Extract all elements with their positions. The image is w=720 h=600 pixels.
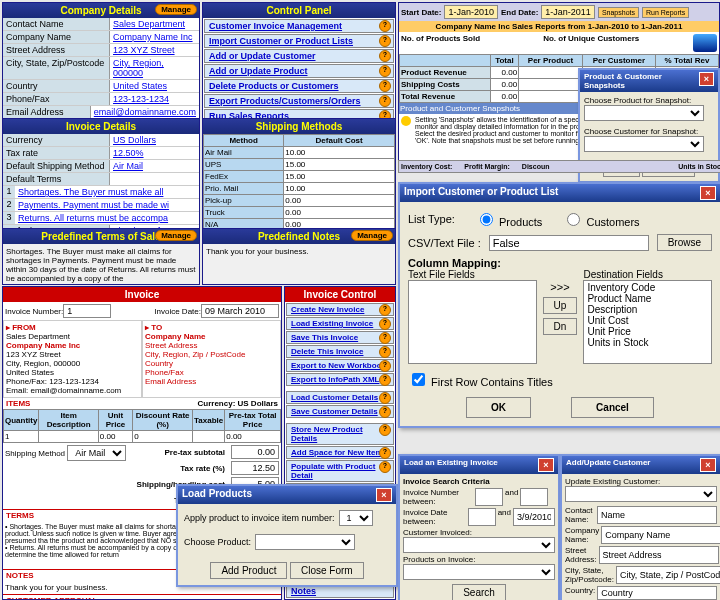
- cust-field[interactable]: [597, 506, 717, 524]
- products-radio[interactable]: Products: [475, 210, 542, 228]
- date-from[interactable]: [468, 508, 496, 526]
- cancel-button[interactable]: Cancel: [571, 397, 654, 418]
- invoice-command[interactable]: Create New Invoice?: [286, 303, 394, 316]
- help-icon[interactable]: ?: [379, 406, 391, 418]
- dest-field[interactable]: Unit Cost: [587, 315, 708, 326]
- invoice-command[interactable]: Store New Product Details?: [286, 423, 394, 445]
- help-icon[interactable]: ?: [379, 360, 391, 372]
- manage-button[interactable]: Manage: [155, 230, 197, 241]
- file-input[interactable]: [489, 235, 649, 251]
- help-icon[interactable]: ?: [379, 447, 391, 459]
- help-icon[interactable]: ?: [379, 304, 391, 316]
- invoice-command[interactable]: Load Customer Details?: [286, 391, 394, 404]
- up-button[interactable]: Up: [543, 297, 578, 314]
- invoice-command[interactable]: Export to New Workbook?: [286, 359, 394, 372]
- help-icon[interactable]: ?: [379, 20, 391, 32]
- item-number-select[interactable]: 1: [339, 510, 373, 526]
- product-snapshot-select[interactable]: [584, 105, 704, 121]
- dest-field[interactable]: Unit Price: [587, 326, 708, 337]
- help-icon[interactable]: ?: [379, 392, 391, 404]
- help-icon[interactable]: ?: [379, 35, 391, 47]
- invoice-command[interactable]: Delete This Invoice?: [286, 345, 394, 358]
- close-icon[interactable]: ×: [700, 186, 716, 200]
- dest-field[interactable]: Units in Stock: [587, 337, 708, 348]
- dest-field[interactable]: Inventory Code: [587, 282, 708, 293]
- ship-method[interactable]: Truck: [204, 207, 284, 219]
- start-date-input[interactable]: 1-Jan-2010: [444, 5, 498, 19]
- control-command[interactable]: Import Customer or Product Lists?: [204, 34, 394, 48]
- help-icon[interactable]: ?: [379, 374, 391, 386]
- field-value[interactable]: United States: [110, 80, 199, 92]
- close-form-button[interactable]: Close Form: [290, 562, 364, 579]
- num-to[interactable]: [520, 488, 548, 506]
- cust-field[interactable]: [616, 566, 720, 584]
- close-icon[interactable]: ×: [376, 488, 392, 502]
- field-value[interactable]: Sales Department: [110, 18, 199, 30]
- invoice-number-input[interactable]: 1: [63, 304, 111, 318]
- first-row-checkbox[interactable]: First Row Contains Titles: [408, 376, 553, 388]
- date-to[interactable]: [513, 508, 555, 526]
- manage-button[interactable]: Manage: [155, 4, 197, 15]
- down-button[interactable]: Dn: [543, 318, 578, 335]
- ok-button[interactable]: OK: [466, 397, 531, 418]
- invoice-command[interactable]: Add Space for New Item?: [286, 446, 394, 459]
- ship-method[interactable]: FedEx: [204, 171, 284, 183]
- ship-cost[interactable]: 15.00: [284, 159, 395, 171]
- product-select[interactable]: [255, 534, 355, 550]
- close-icon[interactable]: ×: [699, 72, 714, 86]
- help-icon[interactable]: ?: [379, 50, 391, 62]
- ship-method[interactable]: Prio. Mail: [204, 183, 284, 195]
- browse-button[interactable]: Browse: [657, 234, 712, 251]
- invoice-command[interactable]: Export to InfoPath XML?: [286, 373, 394, 386]
- help-icon[interactable]: ?: [379, 318, 391, 330]
- ship-cost[interactable]: 0.00: [284, 195, 395, 207]
- invoice-command[interactable]: Load Existing Invoice?: [286, 317, 394, 330]
- ship-cost[interactable]: 10.00: [284, 147, 395, 159]
- existing-cust-select[interactable]: [565, 486, 717, 502]
- run-reports-button[interactable]: Run Reports: [642, 7, 689, 18]
- invoice-command[interactable]: Save This Invoice?: [286, 331, 394, 344]
- help-icon[interactable]: ?: [379, 65, 391, 77]
- invoice-date-input[interactable]: 09 March 2010: [201, 304, 279, 318]
- search-button[interactable]: Search: [452, 584, 506, 600]
- field-value[interactable]: 123 XYZ Street: [110, 44, 199, 56]
- help-icon[interactable]: ?: [379, 332, 391, 344]
- cust-field[interactable]: [601, 526, 720, 544]
- ship-cost[interactable]: 15.00: [284, 171, 395, 183]
- customers-radio[interactable]: Customers: [562, 210, 639, 228]
- ship-method[interactable]: UPS: [204, 159, 284, 171]
- shipping-select[interactable]: Air Mail: [67, 445, 126, 461]
- ship-cost[interactable]: 0.00: [284, 207, 395, 219]
- cust-field[interactable]: [597, 586, 717, 600]
- control-command[interactable]: Delete Products or Customers?: [204, 79, 394, 93]
- ship-cost[interactable]: 10.00: [284, 183, 395, 195]
- control-command[interactable]: Export Products/Customers/Orders?: [204, 94, 394, 108]
- num-from[interactable]: [475, 488, 503, 506]
- control-command[interactable]: Customer Invoice Management?: [204, 19, 394, 33]
- help-icon[interactable]: ?: [379, 424, 391, 436]
- manage-button[interactable]: Manage: [351, 230, 393, 241]
- control-command[interactable]: Add or Update Customer?: [204, 49, 394, 63]
- close-icon[interactable]: ×: [538, 458, 554, 472]
- help-icon[interactable]: ?: [379, 346, 391, 358]
- field-value[interactable]: Company Name Inc: [110, 31, 199, 43]
- help-icon[interactable]: ?: [379, 461, 391, 473]
- field-value[interactable]: 123-123-1234: [110, 93, 199, 105]
- close-icon[interactable]: ×: [700, 458, 716, 472]
- invoice-command[interactable]: Save Customer Details?: [286, 405, 394, 418]
- invoice-command[interactable]: Populate with Product Detail?: [286, 460, 394, 482]
- ship-method[interactable]: Air Mail: [204, 147, 284, 159]
- prod-select[interactable]: [403, 564, 555, 580]
- control-command[interactable]: Add or Update Product?: [204, 64, 394, 78]
- end-date-input[interactable]: 1-Jan-2011: [541, 5, 595, 19]
- cust-select[interactable]: [403, 537, 555, 553]
- ship-method[interactable]: Pick-up: [204, 195, 284, 207]
- field-value[interactable]: City, Region, 000000: [110, 57, 199, 79]
- customer-snapshot-select[interactable]: [584, 136, 704, 152]
- help-icon[interactable]: ?: [379, 80, 391, 92]
- help-icon[interactable]: ?: [379, 95, 391, 107]
- add-product-button[interactable]: Add Product: [210, 562, 287, 579]
- snapshots-button[interactable]: Snapshots: [598, 7, 639, 18]
- field-value[interactable]: email@domainname.com: [91, 106, 199, 118]
- cust-field[interactable]: [599, 546, 719, 564]
